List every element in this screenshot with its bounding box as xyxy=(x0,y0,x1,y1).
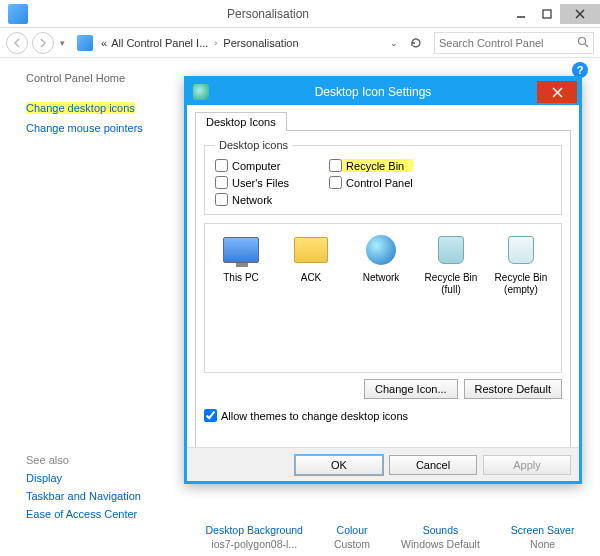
sidebar: Control Panel Home Change desktop icons … xyxy=(0,58,180,556)
see-also: See also Display Taskbar and Navigation … xyxy=(26,454,141,526)
dialog-title: Desktop Icon Settings xyxy=(209,85,537,99)
search-icon[interactable] xyxy=(577,36,589,50)
desktop-icon-settings-dialog: Desktop Icon Settings Desktop Icons Desk… xyxy=(184,76,582,484)
change-icon-button[interactable]: Change Icon... xyxy=(364,379,458,399)
icon-recycle-bin-full[interactable]: Recycle Bin (full) xyxy=(419,232,483,296)
checkbox-users-files[interactable]: User's Files xyxy=(215,176,289,189)
sounds-link[interactable]: SoundsWindows Default xyxy=(401,524,480,550)
minimize-button[interactable] xyxy=(508,4,534,24)
svg-line-5 xyxy=(585,44,588,47)
dialog-icon xyxy=(193,84,209,100)
desktop-icons-group: Desktop icons Computer User's Files Netw… xyxy=(204,139,562,215)
group-label: Desktop icons xyxy=(215,139,292,151)
apply-button[interactable]: Apply xyxy=(483,455,571,475)
back-button[interactable] xyxy=(6,32,28,54)
app-icon xyxy=(8,4,28,24)
address-dropdown[interactable]: ⌄ xyxy=(390,38,402,48)
see-also-ease[interactable]: Ease of Access Center xyxy=(26,508,141,520)
checkbox-allow-themes[interactable]: Allow themes to change desktop icons xyxy=(204,409,562,422)
see-also-heading: See also xyxy=(26,454,141,466)
search-box[interactable] xyxy=(434,32,594,54)
see-also-taskbar[interactable]: Taskbar and Navigation xyxy=(26,490,141,502)
checkbox-recycle-bin[interactable]: Recycle Bin xyxy=(329,159,413,172)
cancel-button[interactable]: Cancel xyxy=(389,455,477,475)
sidebar-change-mouse-pointers[interactable]: Change mouse pointers xyxy=(26,122,170,134)
close-button[interactable] xyxy=(560,4,600,24)
see-also-display[interactable]: Display xyxy=(26,472,141,484)
history-dropdown[interactable]: ▾ xyxy=(58,38,67,48)
breadcrumb[interactable]: « All Control Panel I... › Personalisati… xyxy=(97,37,402,49)
icon-this-pc[interactable]: This PC xyxy=(209,232,273,284)
icon-recycle-bin-empty[interactable]: Recycle Bin (empty) xyxy=(489,232,553,296)
dialog-footer: OK Cancel Apply xyxy=(187,447,579,481)
icon-preview-box: This PC ACK Network Recycle Bin (full) R… xyxy=(204,223,562,373)
icon-network[interactable]: Network xyxy=(349,232,413,284)
window-title: Personalisation xyxy=(28,7,508,21)
restore-default-button[interactable]: Restore Default xyxy=(464,379,562,399)
checkbox-control-panel[interactable]: Control Panel xyxy=(329,176,413,189)
crumb-sep: « xyxy=(101,37,107,49)
search-input[interactable] xyxy=(439,37,577,49)
window-titlebar: Personalisation xyxy=(0,0,600,28)
checkbox-computer[interactable]: Computer xyxy=(215,159,289,172)
icon-ack[interactable]: ACK xyxy=(279,232,343,284)
crumb-personalisation[interactable]: Personalisation xyxy=(223,37,298,49)
refresh-button[interactable] xyxy=(406,36,426,50)
location-icon xyxy=(77,35,93,51)
svg-rect-1 xyxy=(543,10,551,18)
maximize-button[interactable] xyxy=(534,4,560,24)
desktop-background-link[interactable]: Desktop Backgroundios7-polygon08-l... xyxy=(205,524,302,550)
tab-desktop-icons[interactable]: Desktop Icons xyxy=(195,112,287,131)
tab-panel: Desktop icons Computer User's Files Netw… xyxy=(195,130,571,458)
dialog-titlebar[interactable]: Desktop Icon Settings xyxy=(187,79,579,105)
chevron-right-icon: › xyxy=(212,38,219,48)
forward-button[interactable] xyxy=(32,32,54,54)
theme-settings-row: Desktop Backgroundios7-polygon08-l... Co… xyxy=(190,524,590,550)
svg-point-4 xyxy=(579,37,586,44)
ok-button[interactable]: OK xyxy=(295,455,383,475)
checkbox-network[interactable]: Network xyxy=(215,193,289,206)
dialog-close-button[interactable] xyxy=(537,81,577,103)
nav-bar: ▾ « All Control Panel I... › Personalisa… xyxy=(0,28,600,58)
colour-link[interactable]: ColourCustom xyxy=(334,524,370,550)
crumb-all-cpl[interactable]: All Control Panel I... xyxy=(111,37,208,49)
sidebar-home[interactable]: Control Panel Home xyxy=(26,72,170,84)
screen-saver-link[interactable]: Screen SaverNone xyxy=(511,524,575,550)
sidebar-change-desktop-icons[interactable]: Change desktop icons xyxy=(26,102,170,114)
